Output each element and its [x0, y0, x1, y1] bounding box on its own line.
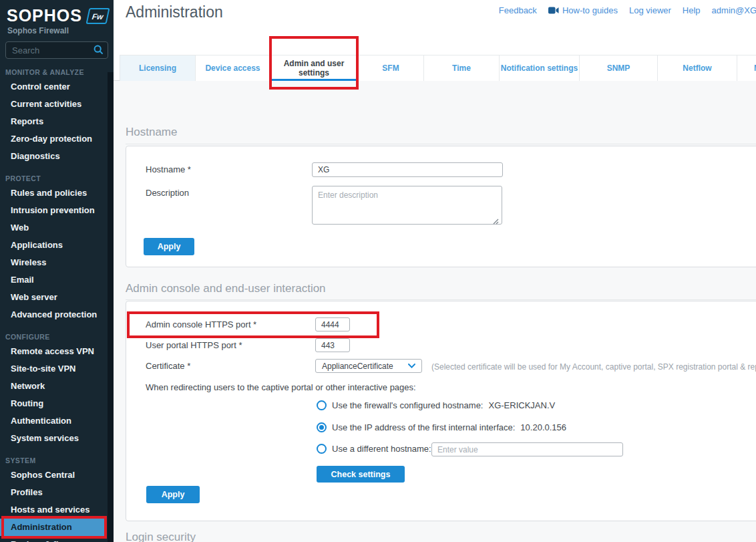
internal-ip-value: 10.20.0.156 — [520, 422, 566, 432]
admin-console-section-title: Admin console and end-user interaction — [126, 282, 326, 295]
certificate-label: Certificate * — [146, 361, 190, 371]
settings-tabbar: Licensing Device access Admin and user s… — [120, 55, 756, 81]
header-links: Feedback How-to guides Log viewer Help a… — [499, 5, 756, 15]
divider — [126, 144, 756, 144]
sidebar-item-email[interactable]: Email — [0, 271, 114, 289]
sidebar-item-site-to-site-vpn[interactable]: Site-to-site VPN — [0, 360, 114, 378]
radio-option-hostname[interactable]: Use the firewall's configured hostname: … — [317, 400, 555, 410]
configured-hostname-value: XG-ERICKJAN.V — [488, 400, 555, 410]
nav-section-protect: PROTECT — [5, 174, 114, 182]
sophos-logo: SOPHOS Fw — [0, 0, 114, 25]
hostname-apply-button[interactable]: Apply — [144, 238, 194, 255]
sidebar-item-advanced-protection[interactable]: Advanced protection — [0, 306, 114, 323]
radio-button-unselected[interactable] — [317, 444, 327, 454]
howto-guides-link[interactable]: How-to guides — [548, 5, 618, 15]
divider — [126, 299, 756, 300]
certificate-select[interactable]: ApplianceCertificate — [315, 359, 422, 373]
sidebar-item-system-services[interactable]: System services — [0, 430, 114, 447]
sidebar: SOPHOS Fw Sophos Firewall MONITOR & ANAL… — [0, 0, 114, 542]
sidebar-item-authentication[interactable]: Authentication — [0, 412, 114, 430]
sophos-firewall-admin-page: SOPHOS Fw Sophos Firewall MONITOR & ANAL… — [0, 0, 756, 542]
admin-console-panel: Admin console HTTPS port * User portal H… — [126, 301, 756, 521]
sidebar-item-sophos-central[interactable]: Sophos Central — [0, 466, 114, 484]
certificate-note: (Selected certificate will be used for M… — [431, 362, 756, 372]
sidebar-scrollbar[interactable] — [108, 72, 114, 542]
login-security-section-title: Login security — [126, 531, 196, 542]
redirect-intro-text: When redirecting users to the captive po… — [146, 382, 416, 392]
sidebar-item-control-center[interactable]: Control center — [0, 78, 114, 96]
search-input[interactable] — [5, 41, 108, 59]
video-camera-icon — [548, 7, 559, 14]
sidebar-nav: MONITOR & ANALYZE Control center Current… — [0, 68, 114, 542]
tab-messages[interactable]: Messages — [737, 55, 756, 81]
sidebar-item-rules-and-policies[interactable]: Rules and policies — [0, 184, 114, 202]
sidebar-item-administration[interactable]: Administration — [0, 519, 106, 536]
radio-button-unselected[interactable] — [317, 400, 327, 410]
main-content: Administration Feedback How-to guides Lo… — [114, 0, 756, 542]
brand-text: SOPHOS — [7, 6, 82, 25]
help-link[interactable]: Help — [683, 5, 701, 15]
sidebar-item-reports[interactable]: Reports — [0, 113, 114, 130]
nav-section-system: SYSTEM — [5, 456, 114, 464]
tab-admin-and-user-settings[interactable]: Admin and user settings — [270, 55, 358, 81]
admin-port-label: Admin console HTTPS port * — [146, 319, 256, 329]
sidebar-item-profiles[interactable]: Profiles — [0, 484, 114, 501]
feedback-link[interactable]: Feedback — [499, 5, 537, 15]
chevron-down-icon — [408, 364, 415, 368]
tab-snmp[interactable]: SNMP — [580, 55, 658, 81]
radio-button-selected[interactable] — [317, 422, 327, 432]
tab-sfm[interactable]: SFM — [358, 55, 424, 81]
hostname-section-title: Hostname — [126, 126, 177, 139]
user-portal-https-port-field[interactable] — [315, 338, 350, 352]
sidebar-item-routing[interactable]: Routing — [0, 395, 114, 412]
sidebar-item-hosts-and-services[interactable]: Hosts and services — [0, 501, 114, 519]
page-title: Administration — [126, 3, 223, 21]
sidebar-item-wireless[interactable]: Wireless — [0, 254, 114, 271]
tab-time[interactable]: Time — [424, 55, 500, 81]
page-header: Administration Feedback How-to guides Lo… — [114, 0, 756, 81]
custom-hostname-field[interactable] — [431, 442, 623, 456]
sidebar-item-current-activities[interactable]: Current activities — [0, 96, 114, 113]
search-icon[interactable] — [93, 45, 104, 57]
description-field[interactable] — [312, 186, 502, 225]
log-viewer-link[interactable]: Log viewer — [629, 5, 671, 15]
tab-device-access[interactable]: Device access — [196, 55, 270, 81]
nav-section-monitor: MONITOR & ANALYZE — [5, 68, 114, 76]
sidebar-item-web-server[interactable]: Web server — [0, 289, 114, 306]
fw-badge-icon: Fw — [85, 8, 110, 24]
tab-licensing[interactable]: Licensing — [120, 55, 196, 81]
hostname-field[interactable] — [312, 162, 503, 177]
admin-console-apply-button[interactable]: Apply — [146, 486, 200, 503]
radio-option-custom-hostname[interactable]: Use a different hostname: — [317, 444, 431, 454]
sidebar-item-intrusion-prevention[interactable]: Intrusion prevention — [0, 202, 114, 219]
tab-notification-settings[interactable]: Notification settings — [500, 55, 580, 81]
sidebar-item-applications[interactable]: Applications — [0, 237, 114, 254]
sidebar-item-web[interactable]: Web — [0, 219, 114, 237]
sidebar-item-zero-day-protection[interactable]: Zero-day protection — [0, 130, 114, 148]
sidebar-item-network[interactable]: Network — [0, 378, 114, 395]
radio-option-ip[interactable]: Use the IP address of the first internal… — [317, 422, 566, 432]
check-settings-button[interactable]: Check settings — [317, 466, 405, 483]
account-menu[interactable]: admin@XG-E — [712, 5, 756, 15]
hostname-panel: Hostname * Description Apply — [126, 146, 756, 267]
admin-https-port-field[interactable] — [315, 317, 350, 331]
tab-netflow[interactable]: Netflow — [658, 55, 737, 81]
brand-subtitle: Sophos Firewall — [0, 25, 114, 35]
hostname-label: Hostname * — [146, 164, 191, 174]
sidebar-item-remote-access-vpn[interactable]: Remote access VPN — [0, 343, 114, 360]
nav-section-configure: CONFIGURE — [5, 333, 114, 341]
sidebar-item-diagnostics[interactable]: Diagnostics — [0, 148, 114, 165]
description-label: Description — [146, 188, 189, 198]
sidebar-item-backup-and-firmware[interactable]: Backup & firmware — [0, 536, 114, 542]
user-port-label: User portal HTTPS port * — [146, 340, 242, 350]
